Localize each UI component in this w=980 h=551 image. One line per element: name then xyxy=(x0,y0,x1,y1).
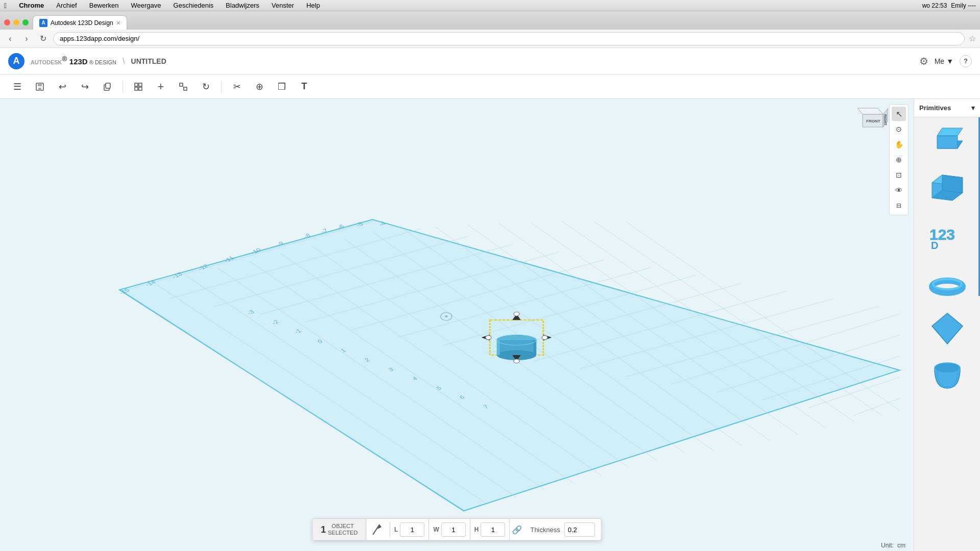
refresh-view-button[interactable]: ↻ xyxy=(197,78,215,96)
svg-text:RIGHT: RIGHT xyxy=(884,114,887,126)
brand-top: AUTODESK xyxy=(31,60,62,66)
h-input[interactable] xyxy=(481,522,505,537)
me-chevron-icon: ▼ xyxy=(946,57,953,65)
svg-point-73 xyxy=(445,315,448,317)
primitives-header: Primitives ▾ xyxy=(914,99,980,117)
svg-marker-98 xyxy=(937,128,963,136)
app-container: A AUTODESK® 123D ® DESIGN \ UNTITLED ⚙ M… xyxy=(0,48,980,551)
svg-line-94 xyxy=(373,524,380,535)
menu-geschiedenis[interactable]: Geschiedenis xyxy=(172,2,216,9)
fit-view-button[interactable]: ⊡ xyxy=(892,168,906,182)
primitive-text3d[interactable]: 123 D xyxy=(914,211,980,258)
back-button[interactable]: ‹ xyxy=(4,33,16,45)
selected-label: OBJECT SELECTED xyxy=(328,523,358,536)
menu-venster[interactable]: Venster xyxy=(270,2,296,9)
nav-cube[interactable]: FRONT RIGHT xyxy=(857,104,888,135)
menu-toggle-button[interactable]: ☰ xyxy=(8,78,27,96)
undo-button[interactable]: ↩ xyxy=(53,78,71,96)
primitive-torus[interactable] xyxy=(914,258,980,305)
app-header: A AUTODESK® 123D ® DESIGN \ UNTITLED ⚙ M… xyxy=(0,48,980,74)
svg-rect-10 xyxy=(184,87,187,90)
brand-exp: ® xyxy=(62,55,67,63)
toolbar-separator-1 xyxy=(122,81,123,93)
svg-point-85 xyxy=(485,336,491,340)
chrome-window: A Autodesk 123D Design × ‹ › ↻ ☆ A AUTOD… xyxy=(0,11,980,551)
redo-button[interactable]: ↪ xyxy=(76,78,94,96)
select-tool-button[interactable]: ↖ xyxy=(892,107,906,121)
forward-button[interactable]: › xyxy=(20,33,33,45)
svg-marker-13 xyxy=(119,219,899,511)
svg-rect-5 xyxy=(135,83,138,86)
window-close-btn[interactable] xyxy=(4,19,10,26)
selected-info: 1 OBJECT SELECTED xyxy=(313,519,366,540)
perspective-button[interactable]: 👁 xyxy=(892,183,906,197)
svg-marker-102 xyxy=(942,175,963,193)
apple-logo[interactable]:  xyxy=(4,2,7,10)
app-brand: AUTODESK® 123D ® DESIGN xyxy=(31,55,116,66)
help-button[interactable]: ? xyxy=(960,55,972,67)
link-proportional-icon[interactable]: 🔗 xyxy=(510,525,524,535)
toolbar-separator-2 xyxy=(221,81,222,93)
refresh-button[interactable]: ↻ xyxy=(37,33,49,45)
primitive-cylinder[interactable] xyxy=(914,164,980,211)
svg-line-48 xyxy=(854,398,900,415)
primitives-list: 123 D xyxy=(914,117,980,551)
menu-weergave[interactable]: Weergave xyxy=(129,2,163,9)
main-content: -15 -14 -13 -12 -11 -10 -9 -8 -7 -6 -5 -… xyxy=(0,99,980,551)
w-label: W xyxy=(433,526,439,533)
menubar-user: Emily ---- xyxy=(951,2,976,9)
menu-bewerken[interactable]: Bewerken xyxy=(87,2,121,9)
menu-chrome[interactable]: Chrome xyxy=(17,2,46,9)
menu-bladwijzers[interactable]: Bladwijzers xyxy=(224,2,261,9)
scissors-button[interactable]: ✂ xyxy=(228,78,246,96)
bottom-panel: 1 OBJECT SELECTED L xyxy=(312,518,602,541)
thickness-field: Thickness xyxy=(524,522,601,537)
mac-menubar:  Chrome Archief Bewerken Weergave Gesch… xyxy=(0,0,980,11)
window-maximize-btn[interactable] xyxy=(22,19,29,26)
svg-point-88 xyxy=(514,359,520,363)
grid-toggle-button[interactable] xyxy=(129,78,148,96)
pan-tool-button[interactable]: ✋ xyxy=(892,137,906,152)
unit-label: Unit: xyxy=(881,542,894,549)
orbit-tool-button[interactable]: ⊙ xyxy=(892,122,906,136)
settings-icon[interactable]: ⚙ xyxy=(919,55,928,67)
selected-count: 1 xyxy=(321,524,326,535)
primitive-bucket[interactable] xyxy=(914,352,980,399)
camera-button[interactable]: ⊟ xyxy=(892,198,906,213)
svg-point-86 xyxy=(542,336,548,340)
browser-tab[interactable]: A Autodesk 123D Design × xyxy=(33,15,127,30)
text-button[interactable]: T xyxy=(295,78,313,96)
l-label: L xyxy=(395,526,398,533)
add-shape-button[interactable]: + xyxy=(152,78,170,96)
primitives-title: Primitives xyxy=(919,104,951,112)
me-button[interactable]: Me ▼ xyxy=(935,57,953,65)
svg-rect-1 xyxy=(38,83,42,86)
w-input[interactable] xyxy=(441,522,465,537)
primitive-box[interactable] xyxy=(914,117,980,164)
view-tools-panel: ↖ ⊙ ✋ ⊕ ⊡ 👁 ⊟ xyxy=(889,104,909,215)
copy-button[interactable] xyxy=(98,78,116,96)
save-button[interactable] xyxy=(31,78,49,96)
bookmark-star-icon[interactable]: ☆ xyxy=(969,34,976,43)
window-minimize-btn[interactable] xyxy=(13,19,19,26)
layers-button[interactable]: ❒ xyxy=(273,78,291,96)
zoom-tool-button[interactable]: ⊕ xyxy=(892,153,906,167)
menu-help[interactable]: Help xyxy=(304,2,322,9)
me-label: Me xyxy=(935,57,944,65)
transform-button[interactable]: ⊕ xyxy=(250,78,268,96)
3d-viewport[interactable]: -15 -14 -13 -12 -11 -10 -9 -8 -7 -6 -5 -… xyxy=(0,99,914,551)
tab-close-icon[interactable]: × xyxy=(116,19,120,27)
address-bar: ‹ › ↻ ☆ xyxy=(0,30,980,48)
menubar-right: wo 22:53 Emily ---- xyxy=(922,2,976,9)
svg-rect-7 xyxy=(135,87,138,90)
primitive-diamond[interactable] xyxy=(914,305,980,352)
menu-archief[interactable]: Archief xyxy=(54,2,79,9)
tab-bar: A Autodesk 123D Design × xyxy=(0,11,980,30)
primitives-chevron-icon[interactable]: ▾ xyxy=(971,104,975,112)
project-name: UNTITLED xyxy=(131,57,166,65)
l-input[interactable] xyxy=(400,522,425,537)
tool-indicator xyxy=(366,522,390,537)
address-input[interactable] xyxy=(53,32,965,45)
snap-button[interactable] xyxy=(174,78,192,96)
thickness-input[interactable] xyxy=(564,522,595,537)
